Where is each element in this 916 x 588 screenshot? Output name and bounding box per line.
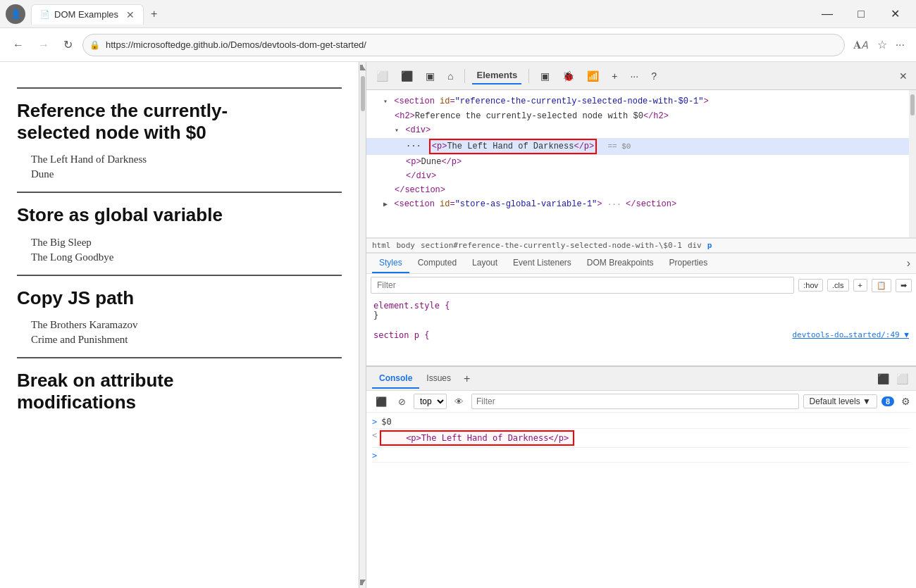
home-button[interactable]: ⌂: [443, 68, 457, 85]
new-tab-button[interactable]: +: [144, 4, 164, 25]
section-title-0: Reference the currently-selected node wi…: [17, 100, 342, 144]
maximize-button[interactable]: □: [846, 3, 877, 25]
block-console-button[interactable]: ⊘: [395, 394, 409, 409]
style-action-1[interactable]: 📋: [872, 279, 891, 292]
tab-elements[interactable]: Elements: [472, 67, 521, 85]
address-input[interactable]: [82, 34, 845, 56]
style-action-2[interactable]: ➡: [896, 279, 912, 292]
clear-console-button[interactable]: ⬛: [372, 394, 390, 409]
tab-dom-breakpoints[interactable]: DOM Breakpoints: [580, 254, 661, 273]
inspect-tool-button[interactable]: ⬜: [372, 68, 392, 85]
console-line-output: < <p>The Left Hand of Darkness</p>: [372, 429, 910, 448]
eye-button[interactable]: 👁: [451, 394, 467, 409]
more-tools-button[interactable]: ···: [626, 68, 643, 85]
section-title-2: Copy JS path: [17, 287, 342, 309]
toggle-panel-button[interactable]: ▣: [421, 68, 439, 85]
styles-filter-row: :hov .cls + 📋 ➡: [366, 274, 916, 296]
list-item: Dune: [31, 168, 342, 180]
breadcrumb-html[interactable]: html: [372, 241, 391, 250]
levels-button[interactable]: Default levels ▼: [803, 394, 877, 408]
list-item: The Long Goodbye: [31, 251, 342, 263]
divider-2: [17, 275, 342, 276]
breadcrumb-p[interactable]: p: [707, 241, 712, 250]
tab-console[interactable]: Console: [372, 369, 419, 389]
styles-tab-more[interactable]: ›: [907, 257, 910, 270]
dom-line[interactable]: ▾ <section id="reference-the-currently-s…: [366, 94, 909, 109]
css-rule-element-style: element.style { }: [373, 301, 909, 320]
styles-panel: Styles Computed Layout Event Listeners D…: [366, 253, 916, 365]
network-tool-button[interactable]: 📶: [583, 68, 603, 85]
forward-button[interactable]: →: [34, 35, 54, 56]
console-result: <p>The Left Hand of Darkness</p>: [380, 430, 574, 446]
book-list-1: The Big Sleep The Long Goodbye: [17, 237, 342, 263]
more-button[interactable]: ···: [893, 35, 908, 54]
dom-tree[interactable]: ▾ <section id="reference-the-currently-s…: [366, 90, 909, 237]
hov-button[interactable]: :hov: [798, 279, 823, 292]
minimize-button[interactable]: —: [812, 3, 843, 25]
add-tool-button[interactable]: +: [607, 68, 621, 85]
console-filter-input[interactable]: [471, 394, 799, 409]
scroll-up-arrow[interactable]: [360, 65, 366, 70]
console-line-prompt[interactable]: >: [372, 448, 910, 463]
devtools-close-button[interactable]: ✕: [896, 68, 910, 85]
refresh-button[interactable]: ↻: [59, 34, 77, 56]
device-emulation-button[interactable]: ⬛: [397, 68, 417, 85]
dom-line[interactable]: ▾ <div>: [366, 123, 909, 138]
toolbar-separator: [464, 69, 465, 83]
breadcrumb-section[interactable]: section#reference-the-currently-selected…: [421, 241, 682, 250]
add-console-tab[interactable]: +: [458, 373, 476, 385]
favorites-button[interactable]: ☆: [874, 35, 890, 54]
styles-filter-input[interactable]: [371, 277, 794, 294]
console-prompt-in: >: [372, 417, 377, 427]
console-tabs: Console Issues + ⬛ ⬜: [366, 367, 916, 391]
tab-styles[interactable]: Styles: [372, 254, 409, 273]
dom-line[interactable]: <h2>Reference the currently-selected nod…: [366, 109, 909, 123]
dom-line-selected[interactable]: ··· <p>The Left Hand of Darkness</p> == …: [366, 138, 909, 155]
breadcrumb-bar: html body section#reference-the-currentl…: [366, 238, 916, 253]
dom-tree-scrollbar[interactable]: [909, 90, 916, 237]
left-scrollbar[interactable]: [359, 62, 366, 588]
dom-line[interactable]: ▶ <section id="store-as-global-variable-…: [366, 197, 909, 212]
list-item: Crime and Punishment: [31, 334, 342, 346]
console-tool-button[interactable]: ▣: [536, 68, 554, 85]
close-button[interactable]: ✕: [879, 3, 910, 25]
context-selector[interactable]: top: [414, 394, 447, 409]
console-action-1[interactable]: ⬛: [875, 371, 891, 387]
console-output: > $0 < <p>The Left Hand of Darkness</p> …: [366, 413, 916, 503]
user-avatar: 👤: [6, 4, 25, 24]
tab-icon: 📄: [40, 10, 50, 19]
toolbar-separator-2: [528, 69, 529, 83]
back-button[interactable]: ←: [8, 35, 28, 56]
tab-issues[interactable]: Issues: [419, 369, 458, 389]
console-arrow-icon: <: [372, 430, 377, 440]
console-settings-button[interactable]: ⚙: [901, 396, 910, 407]
dom-line[interactable]: <p>Dune</p>: [366, 155, 909, 169]
triangle-icon: ▾: [383, 98, 388, 106]
scroll-down-arrow[interactable]: [360, 580, 366, 585]
read-aloud-button[interactable]: 𝐀𝘈: [850, 35, 872, 54]
tab-event-listeners[interactable]: Event Listeners: [506, 254, 578, 273]
breadcrumb-body[interactable]: body: [397, 241, 416, 250]
scroll-thumb-left[interactable]: [361, 76, 365, 111]
devtools-panel: ⬜ ⬛ ▣ ⌂ Elements ▣ 🐞 📶 + ··· ? ✕ ▾ <sect…: [366, 62, 916, 588]
sources-tool-button[interactable]: 🐞: [558, 68, 578, 85]
divider-1: [17, 192, 342, 193]
dom-line[interactable]: </div>: [366, 169, 909, 183]
tab-properties[interactable]: Properties: [662, 254, 715, 273]
tab-layout[interactable]: Layout: [465, 254, 505, 273]
tab-close-button[interactable]: ✕: [126, 9, 135, 20]
console-action-2[interactable]: ⬜: [894, 371, 910, 387]
tab-title: DOM Examples: [54, 9, 118, 20]
css-source-link[interactable]: devtools-do…started/:49 ▼: [792, 330, 909, 339]
dom-scroll-thumb[interactable]: [910, 94, 915, 115]
address-actions: 𝐀𝘈 ☆ ···: [850, 35, 908, 54]
main-area: Reference the currently-selected node wi…: [0, 62, 916, 588]
tab-computed[interactable]: Computed: [411, 254, 464, 273]
add-style-button[interactable]: +: [853, 279, 867, 292]
help-button[interactable]: ?: [647, 68, 661, 85]
cls-button[interactable]: .cls: [827, 279, 849, 292]
section-title-1: Store as global variable: [17, 204, 342, 226]
active-tab[interactable]: 📄 DOM Examples ✕: [31, 4, 144, 25]
breadcrumb-div[interactable]: div: [688, 241, 702, 250]
dom-line[interactable]: </section>: [366, 183, 909, 197]
